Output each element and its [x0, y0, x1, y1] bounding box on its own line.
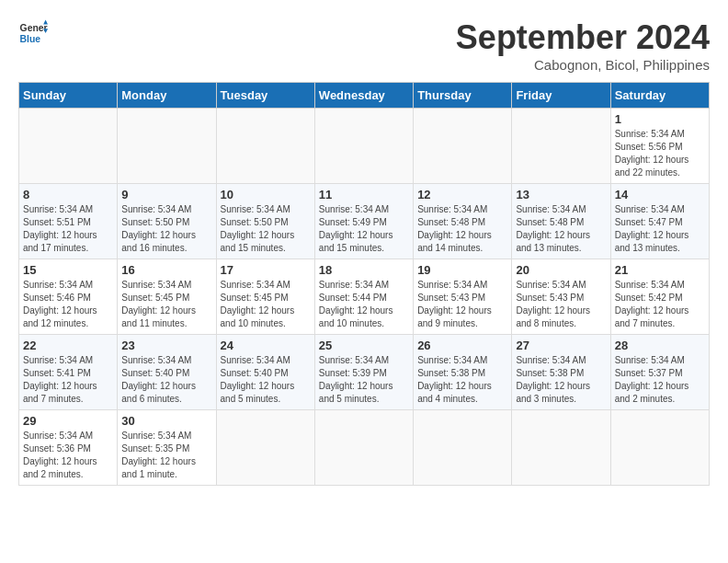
day-number: 15 — [23, 263, 113, 277]
day-header-wednesday: Wednesday — [314, 83, 413, 109]
day-number: 17 — [221, 263, 311, 277]
day-number: 19 — [417, 263, 507, 277]
calendar-day: 12Sunrise: 5:34 AMSunset: 5:48 PMDayligh… — [414, 184, 512, 259]
day-info: Sunrise: 5:34 AMSunset: 5:40 PMDaylight:… — [121, 355, 196, 404]
calendar-day — [610, 410, 709, 486]
day-info: Sunrise: 5:34 AMSunset: 5:49 PMDaylight:… — [319, 204, 393, 253]
calendar-day — [216, 109, 314, 184]
calendar-day: 1Sunrise: 5:34 AMSunset: 5:56 PMDaylight… — [610, 109, 709, 184]
day-info: Sunrise: 5:34 AMSunset: 5:43 PMDaylight:… — [516, 280, 590, 328]
day-number: 18 — [319, 263, 409, 277]
calendar-day: 18Sunrise: 5:34 AMSunset: 5:44 PMDayligh… — [314, 259, 413, 335]
calendar-day: 11Sunrise: 5:34 AMSunset: 5:49 PMDayligh… — [314, 184, 413, 259]
calendar-day: 8Sunrise: 5:34 AMSunset: 5:51 PMDaylight… — [19, 184, 118, 259]
calendar-table: SundayMondayTuesdayWednesdayThursdayFrid… — [18, 82, 710, 486]
location-title: Cabognon, Bicol, Philippines — [456, 57, 710, 73]
day-info: Sunrise: 5:34 AMSunset: 5:48 PMDaylight:… — [417, 204, 492, 253]
header-row: SundayMondayTuesdayWednesdayThursdayFrid… — [19, 83, 710, 109]
calendar-week-0: 1Sunrise: 5:34 AMSunset: 5:56 PMDaylight… — [19, 109, 710, 184]
day-info: Sunrise: 5:34 AMSunset: 5:47 PMDaylight:… — [615, 204, 689, 253]
calendar-day — [314, 109, 413, 184]
day-number: 25 — [319, 339, 409, 352]
calendar-day: 21Sunrise: 5:34 AMSunset: 5:42 PMDayligh… — [610, 259, 709, 335]
day-number: 21 — [615, 263, 705, 277]
day-number: 8 — [23, 188, 113, 201]
day-info: Sunrise: 5:34 AMSunset: 5:48 PMDaylight:… — [516, 204, 590, 253]
day-header-saturday: Saturday — [610, 83, 709, 109]
header: General Blue September 2024 Cabognon, Bi… — [18, 18, 710, 73]
calendar-day: 20Sunrise: 5:34 AMSunset: 5:43 PMDayligh… — [512, 259, 610, 335]
calendar-day — [512, 410, 610, 486]
calendar-day — [314, 410, 413, 486]
calendar-day: 17Sunrise: 5:34 AMSunset: 5:45 PMDayligh… — [216, 259, 314, 335]
logo: General Blue — [18, 18, 48, 48]
day-info: Sunrise: 5:34 AMSunset: 5:51 PMDaylight:… — [23, 204, 97, 253]
calendar-day — [19, 109, 118, 184]
calendar-day — [414, 410, 512, 486]
day-number: 14 — [615, 188, 705, 201]
day-info: Sunrise: 5:34 AMSunset: 5:45 PMDaylight:… — [121, 280, 196, 328]
calendar-body: 1Sunrise: 5:34 AMSunset: 5:56 PMDaylight… — [19, 109, 710, 486]
calendar-day: 19Sunrise: 5:34 AMSunset: 5:43 PMDayligh… — [414, 259, 512, 335]
day-header-monday: Monday — [118, 83, 216, 109]
svg-text:Blue: Blue — [20, 34, 41, 44]
day-info: Sunrise: 5:34 AMSunset: 5:40 PMDaylight:… — [221, 355, 295, 404]
svg-marker-2 — [43, 20, 48, 25]
day-header-thursday: Thursday — [414, 83, 512, 109]
calendar-week-1: 8Sunrise: 5:34 AMSunset: 5:51 PMDaylight… — [19, 184, 710, 259]
day-info: Sunrise: 5:34 AMSunset: 5:44 PMDaylight:… — [319, 280, 393, 328]
day-info: Sunrise: 5:34 AMSunset: 5:38 PMDaylight:… — [417, 355, 492, 404]
day-number: 23 — [121, 339, 211, 352]
month-title: September 2024 — [456, 18, 710, 57]
day-number: 13 — [516, 188, 606, 201]
calendar-day: 13Sunrise: 5:34 AMSunset: 5:48 PMDayligh… — [512, 184, 610, 259]
calendar-day — [216, 410, 314, 486]
calendar-day: 10Sunrise: 5:34 AMSunset: 5:50 PMDayligh… — [216, 184, 314, 259]
calendar-week-4: 29Sunrise: 5:34 AMSunset: 5:36 PMDayligh… — [19, 410, 710, 486]
calendar-day: 16Sunrise: 5:34 AMSunset: 5:45 PMDayligh… — [118, 259, 216, 335]
day-number: 30 — [121, 414, 211, 428]
calendar-week-2: 15Sunrise: 5:34 AMSunset: 5:46 PMDayligh… — [19, 259, 710, 335]
day-number: 11 — [319, 188, 409, 201]
day-info: Sunrise: 5:34 AMSunset: 5:50 PMDaylight:… — [221, 204, 295, 253]
calendar-day: 27Sunrise: 5:34 AMSunset: 5:38 PMDayligh… — [512, 335, 610, 410]
day-number: 1 — [615, 112, 705, 126]
day-number: 24 — [221, 339, 311, 352]
day-header-sunday: Sunday — [19, 83, 118, 109]
day-info: Sunrise: 5:34 AMSunset: 5:56 PMDaylight:… — [615, 129, 689, 178]
day-info: Sunrise: 5:34 AMSunset: 5:41 PMDaylight:… — [23, 355, 97, 404]
day-info: Sunrise: 5:34 AMSunset: 5:39 PMDaylight:… — [319, 355, 393, 404]
day-info: Sunrise: 5:34 AMSunset: 5:43 PMDaylight:… — [417, 280, 492, 328]
day-number: 27 — [516, 339, 606, 352]
day-number: 28 — [615, 339, 705, 352]
calendar-day: 15Sunrise: 5:34 AMSunset: 5:46 PMDayligh… — [19, 259, 118, 335]
logo-icon: General Blue — [18, 18, 48, 48]
day-number: 12 — [417, 188, 507, 201]
day-number: 22 — [23, 339, 113, 352]
day-info: Sunrise: 5:34 AMSunset: 5:37 PMDaylight:… — [615, 355, 689, 404]
calendar-day — [414, 109, 512, 184]
calendar-header: SundayMondayTuesdayWednesdayThursdayFrid… — [19, 83, 710, 109]
day-info: Sunrise: 5:34 AMSunset: 5:36 PMDaylight:… — [23, 431, 97, 479]
day-number: 26 — [417, 339, 507, 352]
calendar-day: 28Sunrise: 5:34 AMSunset: 5:37 PMDayligh… — [610, 335, 709, 410]
calendar-day: 24Sunrise: 5:34 AMSunset: 5:40 PMDayligh… — [216, 335, 314, 410]
calendar-day: 14Sunrise: 5:34 AMSunset: 5:47 PMDayligh… — [610, 184, 709, 259]
calendar-day: 29Sunrise: 5:34 AMSunset: 5:36 PMDayligh… — [19, 410, 118, 486]
day-info: Sunrise: 5:34 AMSunset: 5:50 PMDaylight:… — [121, 204, 196, 253]
calendar-day: 23Sunrise: 5:34 AMSunset: 5:40 PMDayligh… — [118, 335, 216, 410]
day-number: 20 — [516, 263, 606, 277]
calendar-day: 26Sunrise: 5:34 AMSunset: 5:38 PMDayligh… — [414, 335, 512, 410]
calendar-day: 9Sunrise: 5:34 AMSunset: 5:50 PMDaylight… — [118, 184, 216, 259]
day-number: 9 — [121, 188, 211, 201]
day-info: Sunrise: 5:34 AMSunset: 5:35 PMDaylight:… — [121, 431, 196, 479]
day-number: 16 — [121, 263, 211, 277]
svg-text:General: General — [20, 23, 48, 33]
day-header-friday: Friday — [512, 83, 610, 109]
day-info: Sunrise: 5:34 AMSunset: 5:38 PMDaylight:… — [516, 355, 590, 404]
day-header-tuesday: Tuesday — [216, 83, 314, 109]
day-info: Sunrise: 5:34 AMSunset: 5:45 PMDaylight:… — [221, 280, 295, 328]
day-info: Sunrise: 5:34 AMSunset: 5:46 PMDaylight:… — [23, 280, 97, 328]
calendar-day: 22Sunrise: 5:34 AMSunset: 5:41 PMDayligh… — [19, 335, 118, 410]
day-number: 29 — [23, 414, 113, 428]
